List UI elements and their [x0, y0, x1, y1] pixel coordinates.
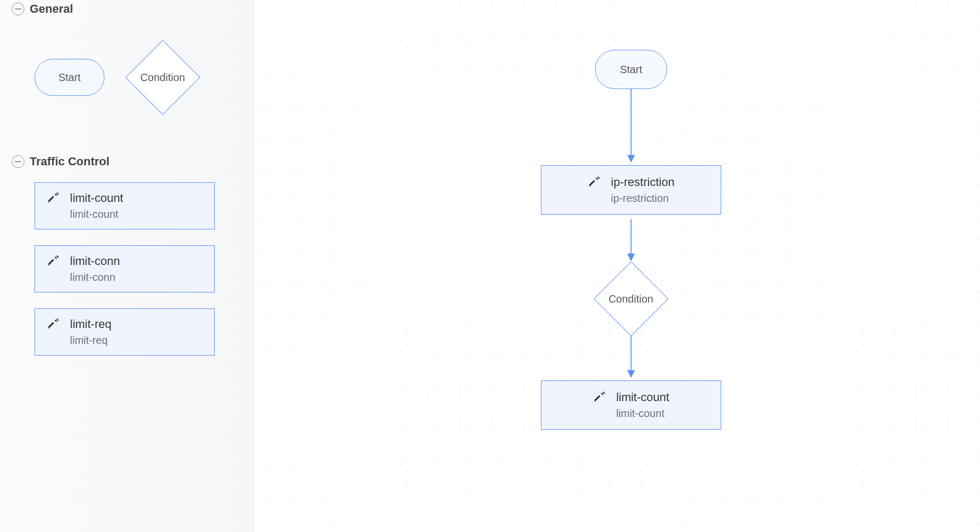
plugin-icon [593, 391, 607, 404]
node-subtitle: limit-count [616, 407, 669, 420]
plugin-title: limit-req [70, 317, 111, 331]
palette-plugin-limit-conn[interactable]: limit-conn limit-conn [34, 245, 215, 292]
section-header-general[interactable]: General [0, 0, 253, 19]
plugin-title: limit-count [70, 191, 123, 205]
plugin-icon [588, 175, 601, 189]
section-title: General [30, 2, 73, 16]
palette-section-traffic-control: Traffic Control limit-count limit-count [0, 152, 253, 377]
plugin-subtitle: limit-req [70, 334, 111, 347]
canvas-start-label: Start [620, 64, 642, 76]
palette-section-general: General Start Condition [0, 0, 253, 146]
section-body-general: Start Condition [0, 19, 253, 146]
collapse-icon[interactable] [12, 3, 24, 15]
palette-start-label: Start [58, 72, 81, 84]
canvas-node-limit-count[interactable]: limit-count limit-count [541, 380, 721, 430]
component-palette: General Start Condition [0, 0, 253, 532]
canvas-node-start[interactable]: Start [595, 50, 667, 89]
plugin-icon [47, 254, 60, 268]
palette-start-node[interactable]: Start [34, 59, 104, 96]
plugin-title: limit-conn [70, 254, 120, 268]
plugin-icon [47, 191, 60, 205]
palette-condition-node[interactable]: Condition [126, 40, 200, 114]
palette-condition-label: Condition [137, 72, 189, 84]
section-title: Traffic Control [30, 155, 109, 169]
node-title: ip-restriction [611, 175, 675, 189]
plugin-subtitle: limit-count [70, 208, 123, 220]
canvas-node-condition[interactable]: Condition [594, 262, 668, 336]
canvas-condition-label: Condition [605, 293, 657, 305]
section-header-traffic-control[interactable]: Traffic Control [0, 152, 253, 172]
flow-canvas[interactable]: Start ip-restriction ip-restriction Cond… [253, 0, 980, 532]
plugin-subtitle: limit-conn [70, 271, 120, 283]
palette-plugin-limit-req[interactable]: limit-req limit-req [34, 308, 215, 356]
collapse-icon[interactable] [12, 155, 24, 168]
section-body-traffic-control: limit-count limit-count limit-conn limit… [0, 172, 253, 377]
node-title: limit-count [616, 391, 669, 404]
node-subtitle: ip-restriction [611, 192, 675, 205]
palette-plugin-limit-count[interactable]: limit-count limit-count [34, 182, 215, 229]
canvas-node-ip-restriction[interactable]: ip-restriction ip-restriction [541, 165, 721, 215]
plugin-icon [47, 317, 60, 331]
